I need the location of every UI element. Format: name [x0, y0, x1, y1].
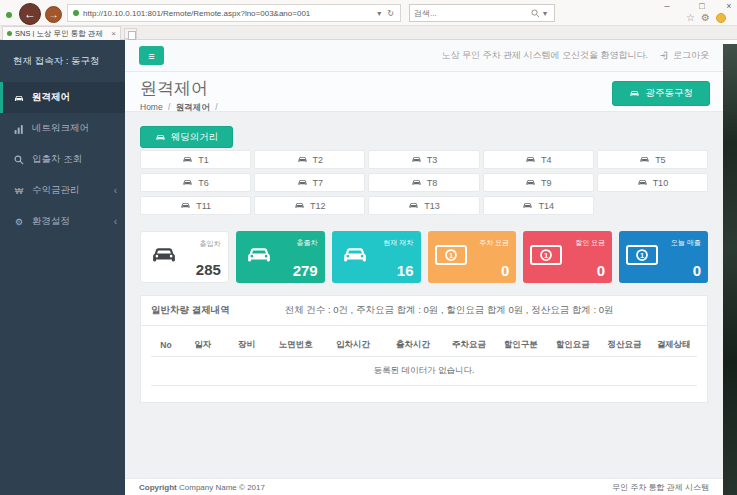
- content: 웨딩의거리 T1 T2 T3 T4 T5 T6 T7 T8 T9 T10 T11…: [125, 112, 723, 403]
- site-footer: Copyright Company Name © 2017 무인 주차 통합 관…: [125, 478, 723, 495]
- col-parking-fee: 주차요금: [443, 334, 495, 357]
- spot-button-t7[interactable]: T7: [254, 173, 365, 192]
- screen: ← → http://10.10.0.101:801/Remote/Remote…: [0, 0, 737, 495]
- breadcrumb-separator: /: [168, 102, 170, 112]
- col-device: 장비: [225, 334, 269, 357]
- current-user-label: 현재 접속자 : 동구청: [0, 40, 125, 82]
- search-icon[interactable]: [531, 9, 540, 18]
- stats-row: 총입차 285 총출차 279 현재 재차 16 주차 요금 0: [140, 231, 708, 283]
- logout-button[interactable]: 로그아웃: [660, 49, 709, 62]
- spot-button-t3[interactable]: T3: [368, 150, 479, 169]
- spot-label: T12: [310, 201, 326, 211]
- spot-button-t11[interactable]: T11: [140, 196, 251, 215]
- spot-label: T6: [198, 178, 209, 188]
- org-button[interactable]: 광주동구청: [612, 81, 711, 106]
- stat-value: 0: [693, 262, 701, 279]
- sidebar-item-remote-control[interactable]: 원격제어: [0, 82, 125, 113]
- browser-search-input[interactable]: [414, 9, 531, 18]
- car-icon: [180, 201, 191, 210]
- feedback-smiley-icon[interactable]: [716, 13, 726, 23]
- tools-gear-icon[interactable]: ⚙: [701, 12, 710, 24]
- refresh-icon[interactable]: ↻: [384, 9, 397, 18]
- spot-button-t2[interactable]: T2: [254, 150, 365, 169]
- chevron-left-icon: ‹: [114, 185, 117, 196]
- org-button-label: 광주동구청: [646, 87, 694, 100]
- breadcrumb-separator: /: [215, 102, 217, 112]
- welcome-text: 노상 무인 주차 관제 시스템에 오신것을 환영합니다.: [441, 49, 648, 62]
- window-close-button[interactable]: ×: [722, 1, 736, 11]
- browser-search-box[interactable]: ▾: [409, 4, 555, 22]
- search-dropdown-icon[interactable]: ▾: [540, 9, 550, 18]
- empty-data-row: 등록된 데이터가 없습니다.: [151, 357, 697, 386]
- stat-value: 0: [597, 262, 605, 279]
- car-icon: [13, 92, 25, 102]
- spot-button-t10[interactable]: T10: [597, 173, 708, 192]
- favorites-star-icon[interactable]: ☆: [686, 12, 695, 24]
- window-minimize-button[interactable]: –: [660, 1, 674, 11]
- col-payment-status: 결제상태: [650, 334, 697, 357]
- window-maximize-button[interactable]: □: [695, 1, 709, 11]
- browser-back-button[interactable]: ←: [19, 3, 41, 25]
- network-bars-icon: [13, 123, 25, 133]
- car-icon: [639, 155, 650, 164]
- sidebar-item-label: 네트워크제어: [32, 122, 89, 135]
- page-heading: 원격제어 Home / 원격제어 / 광주동구청: [125, 72, 723, 112]
- car-icon: [243, 243, 275, 271]
- spot-label: T4: [541, 155, 552, 165]
- col-discount-fee: 할인요금: [547, 334, 599, 357]
- spot-label: T2: [313, 155, 324, 165]
- sidebar-item-settings[interactable]: ⚙ 환경설정 ‹: [0, 206, 125, 237]
- address-dropdown-icon[interactable]: ▾: [374, 9, 384, 18]
- copyright-text: Company Name © 2017: [177, 483, 265, 492]
- spot-button-t5[interactable]: T5: [597, 150, 708, 169]
- col-no: No: [151, 334, 181, 357]
- stat-card-current-parked: 현재 재차 16: [332, 231, 421, 283]
- spot-button-t4[interactable]: T4: [483, 150, 594, 169]
- stat-value: 285: [196, 261, 221, 278]
- col-entry-time: 입차시간: [323, 334, 383, 357]
- spot-button-t14[interactable]: T14: [483, 196, 594, 215]
- sidebar-item-network-control[interactable]: 네트워크제어: [0, 113, 125, 144]
- page-favicon-icon: [73, 10, 79, 16]
- spot-label: T10: [653, 178, 669, 188]
- url-text[interactable]: http://10.10.0.101:801/Remote/Remote.asp…: [83, 9, 374, 18]
- browser-tab[interactable]: SNS | 노상 무인 통합 관제 ×: [2, 26, 121, 40]
- breadcrumb-home-link[interactable]: Home: [140, 102, 163, 112]
- sidebar-item-label: 입출차 조회: [32, 153, 82, 166]
- spot-button-t8[interactable]: T8: [368, 173, 479, 192]
- sidebar-item-entry-exit-lookup[interactable]: 입출차 조회: [0, 144, 125, 175]
- spot-button-t13[interactable]: T13: [368, 196, 479, 215]
- money-icon: [626, 243, 658, 271]
- spot-button-t6[interactable]: T6: [140, 173, 251, 192]
- spot-button-t9[interactable]: T9: [483, 173, 594, 192]
- stat-card-today-sales: 오늘 매출 0: [619, 231, 708, 283]
- money-icon: [435, 243, 467, 271]
- sidebar-item-revenue-management[interactable]: ₩ 수익금관리 ‹: [0, 175, 125, 206]
- car-icon: [182, 155, 193, 164]
- new-tab-button[interactable]: [124, 28, 137, 39]
- car-icon: [294, 201, 305, 210]
- car-icon: [629, 89, 640, 98]
- spot-label: T13: [424, 201, 440, 211]
- footer-system-name: 무인 주차 통합 관제 시스템: [612, 482, 709, 493]
- panel-header: 일반차량 결제내역 전체 건수 : 0건 , 주차요금 합계 : 0원 , 할인…: [141, 296, 707, 326]
- car-icon: [411, 155, 422, 164]
- sidebar-item-label: 환경설정: [32, 215, 70, 228]
- car-icon: [525, 178, 536, 187]
- stat-card-parking-fee: 주차 요금 0: [428, 231, 517, 283]
- stat-card-discount-fee: 할인 요금 0: [523, 231, 612, 283]
- spot-button-t1[interactable]: T1: [140, 150, 251, 169]
- search-icon: [13, 154, 25, 165]
- car-icon: [339, 243, 371, 271]
- hamburger-menu-button[interactable]: ≡: [139, 46, 164, 65]
- browser-forward-button[interactable]: →: [45, 6, 62, 23]
- car-icon: [297, 155, 308, 164]
- spot-label: T14: [538, 201, 554, 211]
- zone-button-active[interactable]: 웨딩의거리: [140, 126, 233, 148]
- address-bar[interactable]: http://10.10.0.101:801/Remote/Remote.asp…: [67, 4, 401, 22]
- spot-button-t12[interactable]: T12: [254, 196, 365, 215]
- zone-button-label: 웨딩의거리: [171, 131, 219, 144]
- tab-close-icon[interactable]: ×: [111, 30, 116, 38]
- sidebar-item-label: 수익금관리: [32, 184, 80, 197]
- col-settlement-fee: 정산요금: [599, 334, 651, 357]
